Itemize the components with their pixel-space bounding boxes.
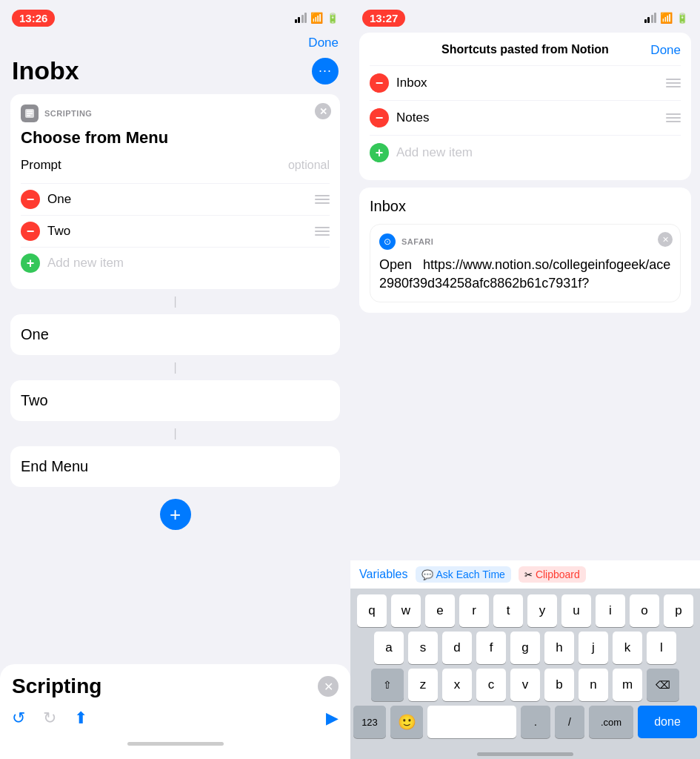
- remove-notes-button[interactable]: −: [370, 108, 389, 127]
- menu-item-1-text: One: [47, 192, 307, 207]
- bottom-panel-close-button[interactable]: ✕: [318, 676, 339, 697]
- key-t[interactable]: t: [493, 594, 523, 627]
- key-o[interactable]: o: [630, 594, 659, 627]
- key-p[interactable]: p: [664, 594, 693, 627]
- sheet-done-button[interactable]: Done: [650, 43, 681, 58]
- done-key[interactable]: done: [638, 706, 697, 738]
- clipboard-chip[interactable]: ✂ Clipboard: [519, 566, 586, 583]
- menu-item-2: − Two: [21, 215, 330, 247]
- drag-handle-2[interactable]: [315, 227, 330, 236]
- key-z[interactable]: z: [408, 669, 438, 701]
- right-panel: 13:27 📶 🔋 Shortcuts pasted from Notion D…: [350, 0, 700, 759]
- key-b[interactable]: b: [544, 669, 574, 701]
- dot-key[interactable]: .: [521, 706, 550, 738]
- key-c[interactable]: c: [476, 669, 506, 701]
- key-g[interactable]: g: [510, 632, 540, 664]
- page-title-row: Inobx ···: [0, 56, 350, 94]
- safari-url: Open https://www.notion.so/collegeinfoge…: [379, 256, 671, 293]
- sheet-add-row[interactable]: + Add new item: [370, 135, 681, 170]
- dotcom-key[interactable]: .com: [589, 706, 633, 738]
- scroll-area-left: SCRIPTING ✕ Choose from Menu Prompt opti…: [0, 94, 350, 664]
- key-j[interactable]: j: [579, 632, 608, 664]
- sheet-title: Shortcuts pasted from Notion: [370, 43, 681, 56]
- add-action-area: +: [10, 491, 340, 537]
- remove-inbox-button[interactable]: −: [370, 73, 389, 93]
- more-options-button[interactable]: ···: [312, 58, 339, 84]
- key-m[interactable]: m: [613, 669, 642, 701]
- remove-item-1-button[interactable]: −: [21, 190, 40, 209]
- keyboard-row-2: a s d f g h j k l: [353, 632, 697, 664]
- home-indicator-left: [12, 734, 339, 749]
- home-bar-right: [477, 752, 573, 756]
- key-i[interactable]: i: [596, 594, 625, 627]
- status-icons-left: 📶 🔋: [295, 12, 339, 24]
- menu-item-2-text: Two: [47, 224, 307, 239]
- scripting-label: SCRIPTING: [44, 109, 92, 118]
- status-bar-left: 13:26 📶 🔋: [0, 0, 350, 33]
- key-k[interactable]: k: [613, 632, 642, 664]
- slash-key[interactable]: /: [555, 706, 584, 738]
- block-two[interactable]: Two: [10, 380, 340, 421]
- home-indicator-right: [350, 744, 700, 759]
- sheet-container: Shortcuts pasted from Notion Done − Inbo…: [359, 33, 691, 180]
- safari-close-button[interactable]: ✕: [658, 232, 673, 247]
- sheet-add-button[interactable]: +: [370, 143, 389, 162]
- card-header: SCRIPTING: [21, 105, 330, 122]
- divider-2: |: [10, 361, 340, 374]
- key-d[interactable]: d: [442, 632, 472, 664]
- key-n[interactable]: n: [579, 669, 608, 701]
- key-y[interactable]: y: [527, 594, 557, 627]
- variables-label[interactable]: Variables: [359, 568, 408, 581]
- remove-item-2-button[interactable]: −: [21, 222, 40, 241]
- drag-handle-1[interactable]: [315, 195, 330, 204]
- add-item-button[interactable]: +: [21, 253, 40, 273]
- key-x[interactable]: x: [442, 669, 472, 701]
- key-l[interactable]: l: [647, 632, 676, 664]
- undo-icon[interactable]: ↺: [12, 709, 25, 728]
- key-s[interactable]: s: [408, 632, 438, 664]
- block-one-text: One: [21, 326, 49, 342]
- right-content: Inbox ⊙ SAFARI ✕ Open https://www.notion…: [350, 180, 700, 560]
- clipboard-label: Clipboard: [536, 569, 580, 580]
- key-u[interactable]: u: [561, 594, 591, 627]
- block-end-menu-text: End Menu: [21, 458, 88, 474]
- share-icon[interactable]: ⬆: [74, 709, 87, 728]
- add-item-placeholder: Add new item: [47, 256, 330, 271]
- prompt-label: Prompt: [21, 158, 61, 173]
- key-e[interactable]: e: [425, 594, 455, 627]
- key-h[interactable]: h: [544, 632, 574, 664]
- card-close-button[interactable]: ✕: [315, 103, 331, 119]
- keyboard-row-4: 123 🙂 . / .com done: [353, 706, 697, 738]
- done-button-left[interactable]: Done: [308, 36, 339, 50]
- key-f[interactable]: f: [476, 632, 506, 664]
- time-left: 13:26: [12, 10, 55, 27]
- sheet-drag-notes[interactable]: [666, 113, 681, 122]
- right-inbox-title: Inbox: [370, 198, 681, 215]
- variables-bar: Variables 💬 Ask Each Time ✂ Clipboard: [350, 560, 700, 589]
- numbers-key[interactable]: 123: [353, 706, 386, 738]
- divider-3: |: [10, 427, 340, 440]
- wifi-icon-right: 📶: [660, 12, 673, 24]
- keyboard-row-1: q w e r t y u i o p: [353, 594, 697, 627]
- battery-icon-left: 🔋: [327, 13, 339, 24]
- block-end-menu[interactable]: End Menu: [10, 446, 340, 487]
- key-r[interactable]: r: [459, 594, 489, 627]
- add-action-button[interactable]: +: [160, 499, 191, 530]
- sheet-drag-inbox[interactable]: [666, 79, 681, 87]
- wifi-icon-left: 📶: [310, 12, 323, 24]
- key-q[interactable]: q: [357, 594, 387, 627]
- shift-key[interactable]: ⇧: [371, 669, 404, 701]
- play-icon[interactable]: ▶: [326, 709, 339, 728]
- space-key[interactable]: [427, 706, 516, 738]
- delete-key[interactable]: ⌫: [647, 669, 679, 701]
- key-w[interactable]: w: [391, 594, 421, 627]
- emoji-key[interactable]: 🙂: [390, 706, 423, 738]
- add-item-row[interactable]: + Add new item: [21, 247, 330, 279]
- ask-each-time-chip[interactable]: 💬 Ask Each Time: [416, 566, 511, 583]
- key-a[interactable]: a: [374, 632, 404, 664]
- bottom-panel-title: Scripting: [12, 675, 101, 698]
- block-one[interactable]: One: [10, 314, 340, 355]
- sheet-add-placeholder: Add new item: [396, 145, 473, 160]
- key-v[interactable]: v: [510, 669, 540, 701]
- safari-label: SAFARI: [401, 237, 433, 246]
